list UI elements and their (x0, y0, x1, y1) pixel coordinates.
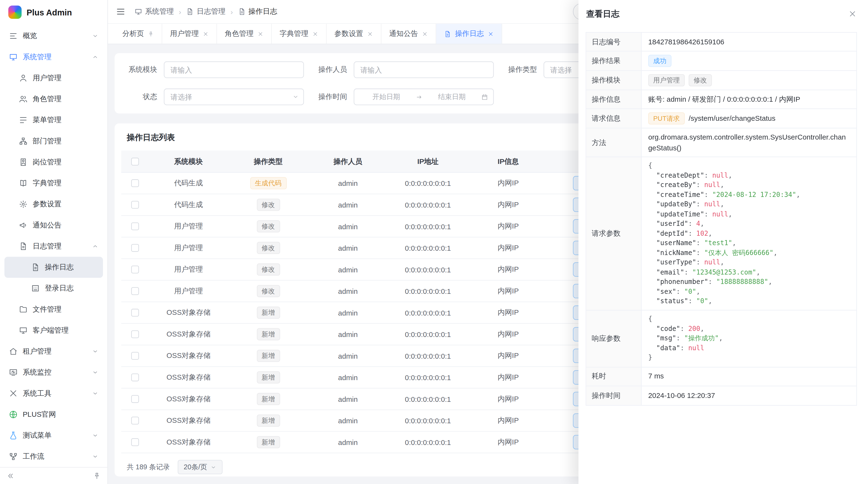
tab-label: 分析页 (122, 29, 144, 39)
cell-system-module: 用户管理 (149, 259, 228, 280)
tab-analysis[interactable]: 分析页 (115, 24, 162, 44)
page-size-value: 20条/页 (184, 462, 207, 472)
close-icon[interactable] (848, 9, 857, 18)
sidebar-item-label: 系统管理 (23, 52, 51, 62)
row-checkbox[interactable] (131, 438, 139, 446)
row-checkbox[interactable] (131, 417, 139, 424)
breadcrumb-item-system[interactable]: 系统管理 (134, 7, 174, 17)
select-all-checkbox[interactable] (131, 157, 139, 165)
operator-input[interactable] (354, 61, 494, 78)
close-icon[interactable] (367, 31, 373, 37)
status-select[interactable] (164, 89, 304, 105)
sidebar-item-system-tools[interactable]: 系统工具 (4, 383, 103, 404)
sidebar-item-user-management[interactable]: 用户管理 (4, 67, 103, 89)
sidebar-item-operation-log[interactable]: 操作日志 (4, 257, 103, 278)
sidebar-item-dict-management[interactable]: 字典管理 (4, 172, 103, 194)
sidebar-item-label: 客户端管理 (33, 325, 68, 335)
row-checkbox[interactable] (131, 287, 139, 295)
sidebar-item-file-management[interactable]: 文件管理 (4, 299, 103, 320)
row-checkbox[interactable] (131, 395, 139, 403)
sidebar-item-system-management[interactable]: 系统管理 (4, 46, 103, 67)
cell-ip-info: 内网IP (468, 324, 548, 345)
detail-row-request: 请求信息 PUT请求 /system/user/changeStatus (586, 109, 856, 128)
logo[interactable]: Plus Admin (0, 0, 107, 24)
tab-user-management[interactable]: 用户管理 (162, 24, 217, 44)
row-checkbox[interactable] (131, 352, 139, 360)
brand-name: Plus Admin (27, 7, 72, 17)
sidebar-item-plus-site[interactable]: PLUS官网 (4, 404, 103, 425)
cell-ip-info: 内网IP (468, 410, 548, 431)
detail-label: 请求参数 (586, 157, 642, 310)
status-field: 状态 (125, 89, 304, 105)
close-icon[interactable] (312, 31, 318, 37)
cell-ip-info: 内网IP (468, 237, 548, 258)
close-icon[interactable] (422, 31, 428, 37)
sidebar-item-post-management[interactable]: 岗位管理 (4, 152, 103, 172)
sidebar-item-param-settings[interactable]: 参数设置 (4, 194, 103, 215)
keypad-icon (31, 284, 40, 293)
sidebar-item-label: 部门管理 (33, 136, 61, 146)
cell-ip-address: 0:0:0:0:0:0:0:1 (388, 194, 468, 215)
method-value: org.dromara.system.controller.system.Sys… (648, 132, 850, 153)
breadcrumb-label: 操作日志 (248, 7, 277, 17)
row-checkbox[interactable] (131, 244, 139, 252)
cell-ip-address: 0:0:0:0:0:0:0:1 (388, 346, 468, 366)
monitor-icon (9, 53, 18, 61)
cell-ip-address: 0:0:0:0:0:0:0:1 (388, 172, 468, 194)
date-range-picker[interactable]: 开始日期 结束日期 (354, 89, 494, 105)
close-icon[interactable] (488, 31, 494, 37)
tab-operation-log[interactable]: 操作日志 (436, 24, 502, 44)
cell-ip-info: 内网IP (468, 389, 548, 410)
detail-label: 操作时间 (586, 386, 642, 405)
row-checkbox[interactable] (131, 179, 139, 187)
chevron-down-icon (92, 390, 99, 397)
row-checkbox[interactable] (131, 374, 139, 381)
pin-icon[interactable] (148, 31, 154, 37)
field-label: 状态 (125, 92, 164, 102)
tab-param-settings[interactable]: 参数设置 (327, 24, 381, 44)
activity-monitor-icon (9, 368, 18, 377)
monitor-icon (19, 326, 28, 335)
close-icon[interactable] (257, 31, 264, 37)
tab-notice[interactable]: 通知公告 (381, 24, 436, 44)
sidebar-item-test-menu[interactable]: 测试菜单 (4, 425, 103, 446)
sidebar-item-system-monitor[interactable]: 系统监控 (4, 362, 103, 383)
system-module-input[interactable] (164, 61, 304, 78)
row-checkbox[interactable] (131, 309, 139, 317)
sidebar-item-tenant-management[interactable]: 租户管理 (4, 341, 103, 362)
close-icon[interactable] (203, 31, 209, 37)
sidebar-item-login-log[interactable]: 登录日志 (4, 278, 103, 299)
detail-row-log-id: 日志编号 1842781986426159106 (586, 33, 856, 51)
hamburger-menu-icon[interactable] (116, 7, 126, 17)
sidebar-item-label: 系统工具 (23, 389, 51, 398)
sidebar-item-overview[interactable]: 概览 (4, 26, 103, 46)
row-checkbox[interactable] (131, 223, 139, 230)
page-size-select[interactable]: 20条/页 (178, 460, 223, 474)
gear-icon (19, 200, 28, 209)
sidebar-item-label: 租户管理 (23, 346, 51, 356)
total-records: 共 189 条记录 (127, 462, 170, 472)
pin-sidebar-icon[interactable] (93, 472, 101, 480)
tab-dict-management[interactable]: 字典管理 (272, 24, 327, 44)
sidebar-item-role-management[interactable]: 角色管理 (4, 89, 103, 109)
breadcrumb-item-log[interactable]: 日志管理 (186, 7, 225, 17)
cell-operator: admin (308, 237, 388, 258)
sidebar-item-label: 系统监控 (23, 367, 51, 377)
breadcrumb-item-operation-log[interactable]: 操作日志 (238, 7, 277, 17)
row-checkbox[interactable] (131, 201, 139, 208)
detail-label: 操作信息 (586, 90, 642, 108)
breadcrumb-label: 系统管理 (145, 7, 174, 17)
tab-role-management[interactable]: 角色管理 (217, 24, 272, 44)
row-checkbox[interactable] (131, 266, 139, 273)
row-checkbox[interactable] (131, 330, 139, 338)
sidebar-item-workflow[interactable]: 工作流 (4, 446, 103, 467)
sidebar-item-log-management[interactable]: 日志管理 (4, 236, 103, 257)
sidebar-item-dept-management[interactable]: 部门管理 (4, 131, 103, 152)
sidebar-item-notice[interactable]: 通知公告 (4, 215, 103, 236)
operation-type-badge: 新增 (256, 415, 280, 427)
collapse-sidebar-icon[interactable] (7, 472, 14, 480)
sidebar-item-client-management[interactable]: 客户端管理 (4, 320, 103, 341)
system-module-field: 系统模块 (125, 61, 304, 78)
operation-type-badge: 新增 (256, 393, 280, 405)
sidebar-item-menu-management[interactable]: 菜单管理 (4, 110, 103, 131)
